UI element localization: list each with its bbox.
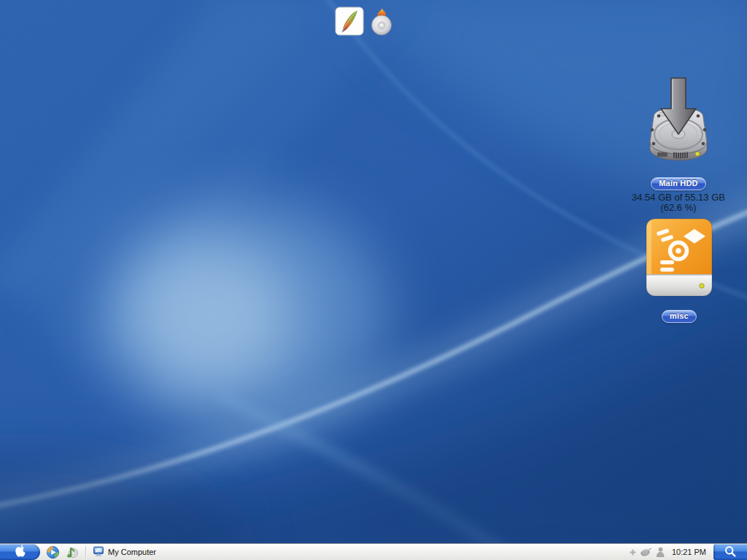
main-hdd-capacity-line2: (62.6 %) — [625, 203, 732, 213]
taskbar-separator — [85, 546, 87, 558]
firewire-drive-icon[interactable] — [640, 217, 718, 302]
plus-icon[interactable] — [629, 548, 637, 556]
task-button-label: My Computer — [108, 548, 156, 556]
misc-label[interactable]: misc — [662, 310, 697, 323]
music-note-icon[interactable] — [65, 545, 79, 559]
desktop: Main HDD 34.54 GB of 55.13 GB (62.6 %) — [0, 0, 747, 560]
desktop-shortcuts — [335, 7, 395, 39]
mouse-icon[interactable] — [640, 547, 652, 557]
system-tray: 10:21 PM — [629, 547, 711, 558]
taskbar: My Computer 10: — [0, 543, 747, 560]
user-icon[interactable] — [655, 547, 665, 558]
drive-main-hdd: Main HDD 34.54 GB of 55.13 GB (62.6 %) — [625, 77, 732, 213]
clock[interactable]: 10:21 PM — [672, 548, 706, 556]
main-hdd-capacity: 34.54 GB of 55.13 GB (62.6 %) — [625, 192, 732, 213]
main-hdd-capacity-line1: 34.54 GB of 55.13 GB — [625, 192, 732, 203]
drive-misc: misc — [626, 217, 732, 323]
search-icon — [724, 545, 737, 560]
task-button-my-computer[interactable]: My Computer — [91, 545, 162, 559]
feather-icon[interactable] — [335, 7, 364, 39]
my-computer-icon — [93, 545, 104, 559]
start-button[interactable] — [0, 544, 40, 560]
search-button[interactable] — [713, 544, 747, 560]
apple-logo-icon — [13, 544, 28, 560]
main-hdd-label[interactable]: Main HDD — [651, 177, 706, 190]
burning-disc-icon[interactable] — [368, 8, 395, 39]
internal-hard-drive-icon[interactable] — [642, 77, 715, 176]
quick-launch — [46, 545, 79, 559]
media-player-icon[interactable] — [46, 545, 60, 559]
